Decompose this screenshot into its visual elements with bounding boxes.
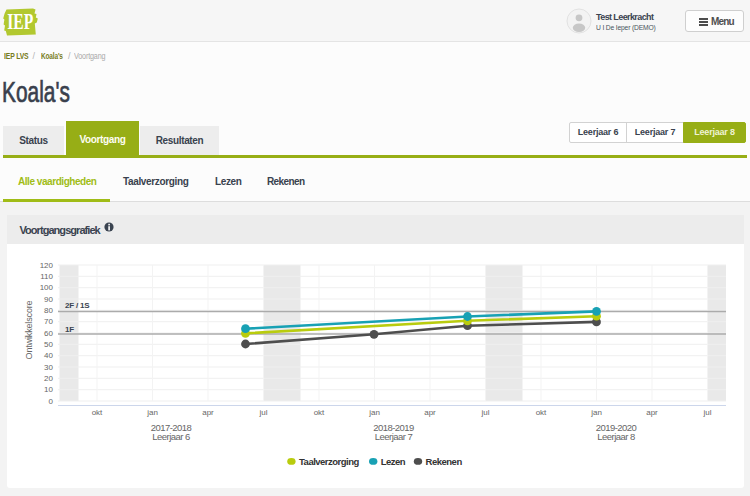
svg-text:okt: okt [92,408,103,417]
svg-text:okt: okt [314,408,325,417]
svg-text:100: 100 [40,283,54,292]
svg-text:110: 110 [40,272,53,281]
svg-text:jan: jan [590,408,602,417]
svg-text:20: 20 [44,374,53,383]
svg-text:apr: apr [646,408,658,417]
svg-text:1F: 1F [65,325,74,334]
svg-text:IEP: IEP [7,9,33,34]
svg-text:80: 80 [44,306,53,315]
svg-text:jul: jul [702,408,711,417]
svg-text:Taalverzorging: Taalverzorging [299,456,360,467]
svg-text:40: 40 [44,351,53,360]
svg-text:Leerjaar 8: Leerjaar 8 [597,431,635,442]
svg-text:Ontwikkelscore: Ontwikkelscore [24,300,34,359]
svg-text:50: 50 [44,340,53,349]
svg-text:jan: jan [368,408,380,417]
svg-text:60: 60 [44,329,53,338]
svg-text:10: 10 [44,385,53,394]
svg-text:70: 70 [44,317,53,326]
svg-text:jul: jul [258,408,267,417]
svg-text:30: 30 [44,363,53,372]
svg-text:jan: jan [146,408,158,417]
svg-text:Leerjaar 7: Leerjaar 7 [375,431,413,442]
svg-text:90: 90 [44,295,53,304]
svg-text:Leerjaar 6: Leerjaar 6 [152,431,190,442]
svg-text:okt: okt [536,408,547,417]
svg-text:2F / 1S: 2F / 1S [65,301,90,310]
svg-text:0: 0 [49,397,54,406]
svg-text:Rekenen: Rekenen [426,456,463,467]
svg-text:Lezen: Lezen [381,456,406,467]
svg-text:apr: apr [202,408,214,417]
svg-text:apr: apr [424,408,436,417]
svg-text:jul: jul [480,408,489,417]
svg-text:120: 120 [40,261,54,270]
